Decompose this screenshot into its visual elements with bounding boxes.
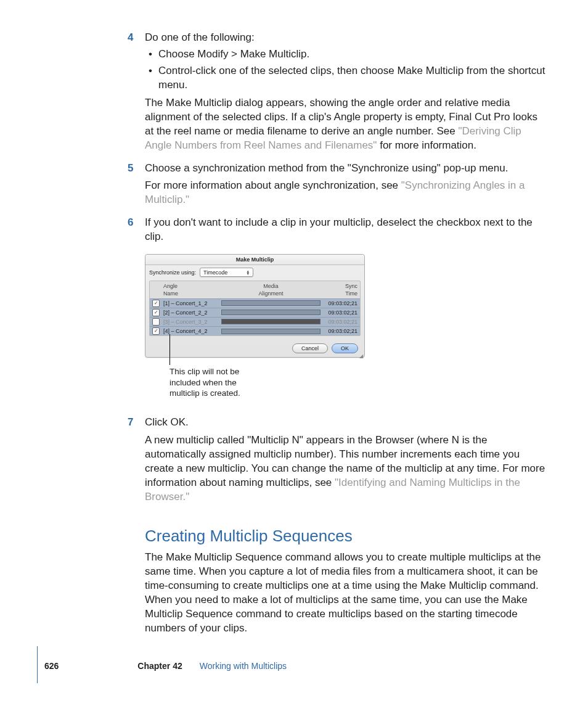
callout-leader-line [169, 334, 170, 365]
step-number: 4 [128, 31, 133, 45]
section-heading: Creating Multiclip Sequences [145, 525, 545, 547]
step-5: 5 Choose a synchronization method from t… [145, 162, 545, 208]
page-number: 626 [44, 660, 59, 672]
table-row: [3] – Concert_3_2 09:03:02;21 [150, 317, 360, 326]
resize-handle-icon[interactable]: ◢ [145, 353, 364, 357]
media-bar [221, 329, 321, 334]
cancel-button[interactable]: Cancel [292, 343, 328, 353]
dialog-title: Make Multiclip [145, 255, 364, 265]
make-multiclip-dialog: Make Multiclip Synchronize using: Timeco… [145, 254, 365, 358]
sync-row: Synchronize using: Timecode ▲▼ [145, 265, 364, 279]
step-text: If you don't want to include a clip in y… [145, 216, 533, 242]
include-checkbox[interactable] [152, 327, 160, 335]
media-bar [221, 300, 321, 306]
angle-cell: [1] – Concert_1_2 [163, 300, 219, 307]
para-text: for more information. [380, 139, 476, 151]
step-number: 7 [128, 416, 133, 430]
table-header: Angle Name Media Alignment Sync Time [150, 281, 360, 298]
sync-cell: 09:03:02;21 [323, 309, 357, 316]
paragraph: A new multiclip called "Multiclip N" app… [145, 433, 545, 504]
ok-button[interactable]: OK [332, 343, 358, 353]
step-text: Choose a synchronization method from the… [145, 162, 508, 174]
media-bar [221, 310, 321, 315]
table-row: [4] – Concert_4_2 09:03:02;21 [150, 326, 360, 335]
media-cell [219, 319, 323, 324]
table-row: [1] – Concert_1_2 09:03:02;21 [150, 298, 360, 308]
angle-cell: [2] – Concert_2_2 [163, 309, 219, 316]
step-6: 6 If you don't want to include a clip in… [145, 216, 545, 244]
step-7: 7 Click OK. A new multiclip called "Mult… [145, 416, 545, 504]
table-row: [2] – Concert_2_2 09:03:02;21 [150, 308, 360, 317]
clip-table: Angle Name Media Alignment Sync Time [1]… [149, 281, 361, 336]
footer-rule [37, 646, 38, 683]
document-page: 4 Do one of the following: Choose Modify… [0, 0, 588, 706]
header-media: Media Alignment [219, 282, 323, 297]
step-text: Do one of the following: [145, 31, 255, 43]
popup-arrows-icon: ▲▼ [246, 270, 250, 275]
page-footer: 626 Chapter 42 Working with Multiclips [37, 660, 287, 672]
step-4: 4 Do one of the following: Choose Modify… [145, 31, 545, 153]
step-number: 6 [128, 216, 133, 230]
sync-value: Timecode [203, 269, 227, 276]
step-number: 5 [128, 162, 133, 176]
include-checkbox[interactable] [152, 309, 160, 316]
paragraph: For more information about angle synchro… [145, 179, 545, 207]
media-bar [221, 319, 321, 324]
para-text: For more information about angle synchro… [145, 179, 401, 191]
sync-popup[interactable]: Timecode ▲▼ [200, 268, 253, 277]
chapter-title: Working with Multiclips [200, 660, 287, 672]
bullet-item: Choose Modify > Make Multiclip. [145, 47, 545, 62]
callout: This clip will not be included when the … [145, 361, 545, 411]
sync-label: Synchronize using: [149, 269, 196, 276]
include-checkbox[interactable] [152, 318, 160, 326]
sync-cell: 09:03:02;21 [323, 300, 357, 307]
header-angle: Angle Name [163, 282, 219, 297]
header-sync: Sync Time [323, 282, 357, 297]
sync-cell: 09:03:02;21 [323, 327, 357, 335]
main-content: 4 Do one of the following: Choose Modify… [145, 31, 545, 644]
media-cell [219, 300, 323, 306]
chapter-label: Chapter 42 [137, 660, 182, 672]
sync-cell: 09:03:02;21 [323, 318, 357, 326]
bullet-item: Control-click one of the selected clips,… [145, 64, 545, 92]
step-text: Click OK. [145, 416, 189, 428]
callout-text: This clip will not be included when the … [169, 366, 268, 399]
media-cell [219, 329, 323, 334]
angle-cell: [4] – Concert_4_2 [163, 327, 219, 335]
media-cell [219, 310, 323, 315]
section-body: The Make Multiclip Sequence command allo… [145, 551, 545, 636]
include-checkbox[interactable] [152, 300, 160, 307]
angle-cell: [3] – Concert_3_2 [163, 318, 219, 326]
paragraph: The Make Multiclip dialog appears, showi… [145, 96, 545, 153]
